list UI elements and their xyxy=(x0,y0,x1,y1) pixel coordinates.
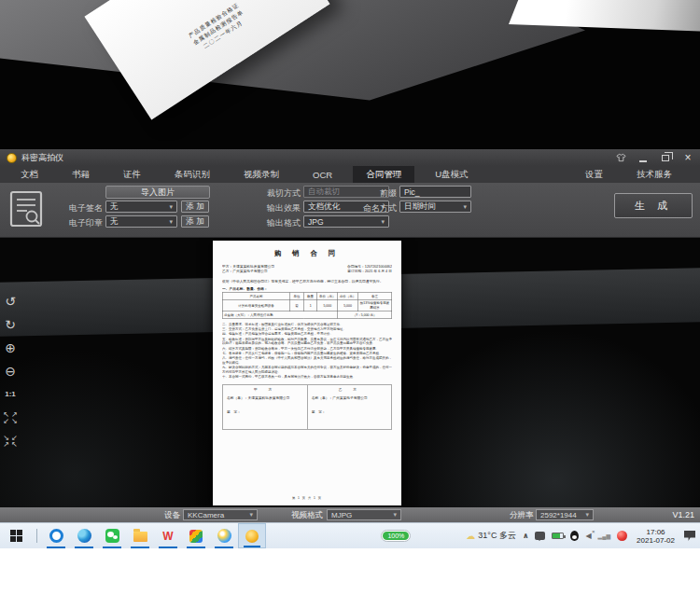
device-dropdown[interactable]: KKCamera xyxy=(183,509,258,520)
sig-header-b: 乙 方 xyxy=(312,388,387,393)
taskbar-app-scanner[interactable] xyxy=(238,523,266,548)
table-cell: 5,000 xyxy=(338,299,358,311)
action-center-icon[interactable] xyxy=(684,531,695,541)
device-label: 设备 xyxy=(164,510,180,521)
restore-icon xyxy=(662,155,669,161)
minimize-icon xyxy=(639,160,647,162)
browser-360-icon xyxy=(49,529,63,543)
safety-360-icon[interactable] xyxy=(617,531,627,541)
document-scan-icon xyxy=(9,190,43,231)
taskbar-app-explorer[interactable] xyxy=(126,523,154,548)
table-cell: 套 xyxy=(290,299,304,311)
resolution-label: 分辨率 xyxy=(510,510,534,521)
fit-center-icon[interactable]: ↘ ↙ ↗ ↖ xyxy=(3,432,18,450)
fit-screen-icon[interactable]: ↖ ↗ ↙ ↘ xyxy=(3,408,18,426)
close-button[interactable]: × xyxy=(682,152,693,163)
cloud-icon: ☁ xyxy=(466,531,475,541)
system-tray: 100% ☁ 31°C 多云 ∧◀▂▄▆ 17:06 2021-07-02 xyxy=(381,523,700,548)
contract-clause: 十、本合同一式两份，甲乙双方各执一份，具有同等法律效力，自双方签字盖章之日起生效… xyxy=(222,374,392,379)
clock-time: 17:06 xyxy=(637,528,675,536)
actual-size-icon[interactable]: 1:1 xyxy=(5,385,16,403)
side-toolbar: ↺↻⊕⊖1:1↖ ↗ ↙ ↘↘ ↙ ↗ ↖ xyxy=(0,292,21,450)
contract-clause: 二、质量要求、技术标准：按国家及行业标准执行，供方须提供产品合格证明文件。 xyxy=(222,322,392,326)
maximize-button[interactable] xyxy=(660,152,671,163)
contract-intro: 依据《中华人民共和国合同法》等有关规定，经甲乙双方充分协商，特订立本合同，以便共… xyxy=(222,280,392,284)
contract-clause: 八、违约责任：任何一方违约，均按《中华人民共和国合同法》及有关规定承担相应的违约… xyxy=(222,355,392,365)
camera-photo-scene: 产品质量检验合格证金属制品检测报告单二〇二一年六月 xyxy=(0,0,700,149)
contract-parties: 甲方：天津某某科技发展有限公司 乙方：广州某某电子有限公司 xyxy=(222,264,274,274)
tab-barcode[interactable]: 条码识别 xyxy=(161,166,223,183)
skin-icon[interactable] xyxy=(615,152,626,163)
resolution-dropdown[interactable]: 2592*1944 xyxy=(536,509,594,520)
tab-book[interactable]: 书籍 xyxy=(59,166,103,183)
tab-contract-manage[interactable]: 合同管理 xyxy=(353,166,414,183)
table-cell: 按13%增值税专用发票结算 xyxy=(357,299,391,311)
party-b: 乙方：广州某某电子有限公司 xyxy=(222,269,274,274)
contract-section1: 一、产品名称、数量、价格： xyxy=(222,286,392,291)
photos-icon xyxy=(189,530,203,543)
rotate-left-icon[interactable]: ↺ xyxy=(5,292,16,310)
hidden-icons-icon[interactable]: ∧ xyxy=(523,532,529,540)
taskbar-app-edge[interactable] xyxy=(70,523,98,548)
qq-icon[interactable] xyxy=(570,531,579,541)
prefix-label: 前缀 xyxy=(369,187,397,200)
preview-backdrop-blob2 xyxy=(0,350,215,507)
contract-document: 购 销 合 同 甲方：天津某某科技发展有限公司 乙方：广州某某电子有限公司 合同… xyxy=(213,241,401,505)
taskbar-app-wps[interactable]: W xyxy=(154,523,182,548)
naming-dropdown[interactable]: 日期时间 xyxy=(399,201,471,213)
output-format-dropdown[interactable]: JPG xyxy=(303,215,389,228)
eseal-add-button[interactable]: 添 加 xyxy=(181,215,209,228)
import-image-button[interactable]: 导入图片 xyxy=(105,186,210,199)
signature-party-b: 乙 方 名称（章）：广州某某电子有限公司 签 字： xyxy=(307,385,392,429)
tab-certificate[interactable]: 证件 xyxy=(110,166,154,183)
esign-add-button[interactable]: 添 加 xyxy=(181,201,209,213)
contract-clause: 三、交货方式：乙方负责送货上门，运输费用由乙方承担，交货地点为甲方指定地址。 xyxy=(222,326,392,331)
taskbar-app-wechat[interactable] xyxy=(98,523,126,548)
esign-dropdown[interactable]: 无 xyxy=(105,201,177,213)
tab-ocr[interactable]: OCR xyxy=(300,166,345,183)
tab-tech-service[interactable]: 技术服务 xyxy=(623,166,685,183)
zoom-out-icon[interactable]: ⊖ xyxy=(5,362,16,380)
comment-icon[interactable] xyxy=(535,532,545,540)
esign-label: 电子签名 xyxy=(56,202,103,215)
screen: 产品质量检验合格证金属制品检测报告单二〇二一年六月 科密高拍仪 × 文档书籍证件… xyxy=(0,0,700,609)
window-title: 科密高拍仪 xyxy=(21,152,63,164)
video-format-dropdown[interactable]: MJPG xyxy=(327,509,401,520)
tab-video-record[interactable]: 视频录制 xyxy=(231,166,292,183)
table-header: 单价（元） xyxy=(317,293,338,300)
taskbar-app-browser-360[interactable] xyxy=(42,523,70,548)
table-header: 备注 xyxy=(357,293,391,300)
network-icon[interactable]: ▂▄▆ xyxy=(598,533,610,539)
contract-date: 签订日期：2021 年 6 月 4 日 xyxy=(347,269,392,274)
contract-clause: 六、结算方式及期限：货到验收合格后，甲方一次性向乙方付清全部货款，乙方向甲方开具… xyxy=(222,346,392,351)
minimize-button[interactable] xyxy=(637,152,649,163)
contract-preview-page[interactable]: 购 销 合 同 甲方：天津某某科技发展有限公司 乙方：广州某某电子有限公司 合同… xyxy=(213,241,401,505)
zoom-in-icon[interactable]: ⊕ xyxy=(5,339,16,356)
title-bar: 科密高拍仪 × xyxy=(0,149,700,166)
prefix-input[interactable]: Pic_ xyxy=(399,186,471,198)
edge-icon xyxy=(77,529,91,543)
taskbar-app-photos[interactable] xyxy=(182,523,210,548)
table-cell: 计算机信息安全检测设备 xyxy=(222,299,290,311)
battery-percent: 100% xyxy=(383,532,409,540)
sig-sign-a: 签 字： xyxy=(227,410,302,415)
rotate-right-icon[interactable]: ↻ xyxy=(5,315,16,333)
tab-document[interactable]: 文档 xyxy=(7,166,51,183)
video-format-label: 视频格式 xyxy=(291,510,323,521)
contract-clauses: 二、质量要求、技术标准：按国家及行业标准执行，供方须提供产品合格证明文件。三、交… xyxy=(222,322,392,380)
start-button[interactable] xyxy=(0,523,32,548)
battery-icon[interactable] xyxy=(552,533,564,539)
table-header: 总价（元） xyxy=(338,293,358,300)
eseal-dropdown[interactable]: 无 xyxy=(105,215,177,228)
tab-usb-mode[interactable]: U盘模式 xyxy=(422,166,481,183)
naming-label: 命名方式 xyxy=(359,202,397,215)
weather-widget[interactable]: ☁ 31°C 多云 xyxy=(466,530,516,542)
taskbar-app-sphere[interactable] xyxy=(210,523,238,548)
wechat-icon xyxy=(105,529,119,543)
volume-muted-icon[interactable]: ◀ xyxy=(585,532,591,540)
clock[interactable]: 17:06 2021-07-02 xyxy=(637,528,675,545)
tab-settings[interactable]: 设置 xyxy=(572,166,616,183)
preview-area: ↺↻⊕⊖1:1↖ ↗ ↙ ↘↘ ↙ ↗ ↖ 购 销 合 同 甲方：天津某某科技发… xyxy=(0,238,700,507)
generate-button[interactable]: 生 成 xyxy=(614,193,693,218)
running-indicator xyxy=(75,547,93,548)
